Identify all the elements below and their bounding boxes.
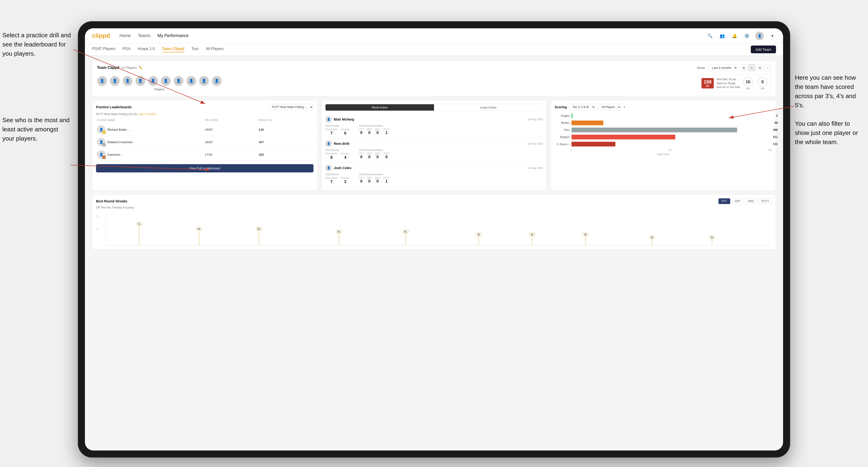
bar-double-bogeys: D. Bogeys + 131 bbox=[555, 142, 771, 147]
add-team-button[interactable]: Add Team bbox=[751, 45, 776, 53]
drill-select[interactable]: PUTT Must Make Putting ... bbox=[269, 104, 313, 110]
streak-point-10: 3x bbox=[709, 236, 715, 245]
streak-point-8: 4x bbox=[582, 232, 588, 245]
pa-header-3: 👤 Josh Coles 26 Aug 2023 bbox=[325, 165, 543, 171]
nav-items: Home Teams My Performance bbox=[120, 33, 697, 38]
lb-player-info-2: 👤 2 Edward Crossman bbox=[97, 138, 205, 146]
player-avatar-8[interactable]: 👤 bbox=[186, 76, 196, 86]
chevron-down-icon[interactable]: ▾ bbox=[624, 105, 625, 109]
player-avatar-6[interactable]: 👤 bbox=[161, 76, 171, 86]
bar-eagles: Eagles 3 bbox=[555, 114, 771, 118]
leaderboard-card: Practice Leaderboards PUTT Must Make Put… bbox=[92, 100, 317, 191]
settings-icon[interactable]: ⚙️ bbox=[743, 32, 750, 40]
scoring-header: Scoring Par 3, 4 & 5s All Players ▾ bbox=[555, 104, 772, 110]
people-icon[interactable]: 👥 bbox=[718, 32, 726, 40]
pa-stats-row-1: Total Rounds Tournament 7 Practice 6 bbox=[325, 125, 543, 135]
view-full-leaderboard-button[interactable]: View Full Leaderboard bbox=[96, 164, 313, 173]
nav-performance[interactable]: My Performance bbox=[158, 33, 189, 38]
yds-left: 16 bbox=[743, 77, 753, 87]
annotation-bottom-left: See who is the most and least active amo… bbox=[2, 116, 71, 143]
arg-filter-button[interactable]: ARG bbox=[745, 198, 757, 204]
player-avatar-4[interactable]: 👤 bbox=[135, 76, 146, 86]
edit-icon[interactable]: ✏️ bbox=[139, 66, 143, 69]
chart-axis: 0200400 bbox=[555, 149, 772, 151]
pa-header-2: 👤 Rees Britt 02 Sep 2023 bbox=[325, 140, 543, 147]
least-active-tab[interactable]: Least Active bbox=[434, 104, 542, 111]
user-avatar[interactable]: 👤 bbox=[755, 32, 764, 40]
scoring-card: Scoring Par 3, 4 & 5s All Players ▾ Eagl… bbox=[551, 100, 776, 191]
tablet-screen: clippd Home Teams My Performance 🔍 👥 🔔 ⚙… bbox=[85, 28, 783, 450]
grid-view-button[interactable]: ⊞ bbox=[740, 64, 747, 71]
players-avatars: 👤 👤 👤 👤 👤 👤 👤 👤 👤 👤 bbox=[97, 76, 222, 86]
player-avatar-5[interactable]: 👤 bbox=[148, 76, 158, 86]
player-avatar-2[interactable]: 👤 bbox=[110, 76, 120, 86]
pa-stats-row-3: Total Rounds Tournament 7 Practice 2 bbox=[325, 173, 543, 184]
rank-badge-bronze: 3 bbox=[102, 155, 106, 159]
nav-home[interactable]: Home bbox=[120, 33, 131, 38]
par-filter-select[interactable]: Par 3, 4 & 5s bbox=[569, 104, 596, 110]
streak-point-5: 5x bbox=[402, 230, 408, 245]
subnav-all-players[interactable]: All Players bbox=[206, 47, 224, 52]
pa-header-1: 👤 Blair McHarg 26 Aug 2023 bbox=[325, 116, 543, 123]
player-avatar-1[interactable]: 👤 bbox=[97, 76, 107, 86]
streaks-title: Best Round Streaks bbox=[96, 199, 127, 203]
streak-point-4: 5x bbox=[336, 230, 342, 245]
player-avatar-3[interactable]: 👤 bbox=[122, 76, 133, 86]
player-avatar-7[interactable]: 👤 bbox=[173, 76, 184, 86]
chevron-down-icon[interactable]: ▾ bbox=[769, 32, 776, 40]
bar-bogeys: Bogeys 311 bbox=[555, 135, 771, 139]
streak-point-2: 6x bbox=[196, 227, 202, 245]
subnav-tour[interactable]: Tour bbox=[191, 47, 198, 52]
middle-grid: Practice Leaderboards PUTT Must Make Put… bbox=[92, 100, 776, 191]
nav-teams[interactable]: Teams bbox=[138, 33, 151, 38]
lb-player-row-1: 👤 1 Richard Butler... 19/20 110 bbox=[96, 123, 313, 136]
subnav-team-clippd[interactable]: Team Clippd bbox=[162, 47, 184, 52]
pa-name-3: 👤 Josh Coles bbox=[325, 165, 351, 171]
subnav-pgat[interactable]: PGAT Players bbox=[92, 47, 116, 52]
streak-point-3: 6x bbox=[256, 227, 262, 245]
show-select[interactable]: Last 3 months bbox=[708, 65, 738, 71]
tablet-frame: clippd Home Teams My Performance 🔍 👥 🔔 ⚙… bbox=[78, 21, 790, 458]
player-avatar-10[interactable]: 👤 bbox=[212, 76, 222, 86]
lb-avatar-2: 👤 2 bbox=[97, 138, 105, 146]
table-view-button[interactable]: ⊟ bbox=[756, 64, 763, 71]
main-content: Team Clippd 14 Players ✏️ Show: Last 3 m… bbox=[85, 56, 783, 450]
player-avatar-9[interactable]: 👤 bbox=[199, 76, 209, 86]
sort-button[interactable]: ↕ bbox=[765, 64, 771, 71]
leaderboard-header-row: PLAYER NAME PB SCORE PB AVG SQ bbox=[96, 119, 313, 121]
subnav-pga[interactable]: PGA bbox=[123, 47, 131, 52]
streak-point-7: 4x bbox=[529, 232, 535, 245]
drill-subtitle: PUTT Must Make Putting (3-6 ft), Last 3 … bbox=[96, 113, 313, 116]
nav-icons: 🔍 👥 🔔 ⚙️ 👤 ▾ bbox=[706, 32, 776, 40]
shot-badge: 198 SC bbox=[702, 78, 714, 88]
lb-avatar-1: 👤 1 bbox=[97, 125, 105, 134]
player-activity-1: 👤 Blair McHarg 26 Aug 2023 Total Rounds … bbox=[325, 114, 543, 138]
search-icon[interactable]: 🔍 bbox=[706, 32, 714, 40]
leaderboard-title: Practice Leaderboards bbox=[96, 105, 132, 109]
active-tabs: Most Active Least Active bbox=[325, 104, 543, 111]
streak-point-6: 4x bbox=[476, 232, 482, 245]
players-filter-select[interactable]: All Players bbox=[598, 104, 621, 110]
streaks-card: Best Round Streaks OTT APP ARG PUTT Off … bbox=[92, 194, 776, 250]
player-activity-3: 👤 Josh Coles 26 Aug 2023 Total Rounds To… bbox=[325, 162, 543, 187]
logo: clippd bbox=[92, 32, 110, 39]
lb-player-row-3: 👤 3 Cameron... 17/20 103 bbox=[96, 148, 313, 161]
sub-nav-items: PGAT Players PGA Hcaps 1-5 Team Clippd T… bbox=[92, 47, 224, 52]
pa-avatar-2: 👤 bbox=[325, 140, 332, 147]
lb-player-row-2: 👤 2 Edward Crossman 18/20 107 bbox=[96, 136, 313, 148]
player-activity-2: 👤 Rees Britt 02 Sep 2023 Total Rounds To… bbox=[325, 138, 543, 162]
rank-badge-gold: 1 bbox=[102, 130, 106, 134]
app-filter-button[interactable]: APP bbox=[732, 198, 743, 204]
ott-filter-button[interactable]: OTT bbox=[718, 198, 730, 204]
bell-icon[interactable]: 🔔 bbox=[731, 32, 738, 40]
subnav-hcaps[interactable]: Hcaps 1-5 bbox=[138, 47, 155, 52]
bar-chart: Eagles 3 Birdies 96 bbox=[555, 114, 772, 147]
chart-footer: Total Shots bbox=[555, 153, 772, 156]
most-active-tab[interactable]: Most Active bbox=[326, 104, 434, 111]
putt-filter-button[interactable]: PUTT bbox=[758, 198, 772, 204]
view-icons: ⊞ ≡ ⊟ ↕ bbox=[740, 64, 771, 71]
shot-card: 198 SC Shot Dist: 16 yds Start Lie: Roug… bbox=[698, 74, 771, 92]
list-view-button[interactable]: ≡ bbox=[748, 64, 755, 71]
scoring-title: Scoring bbox=[555, 105, 567, 109]
yds-right: 0 bbox=[757, 77, 768, 87]
